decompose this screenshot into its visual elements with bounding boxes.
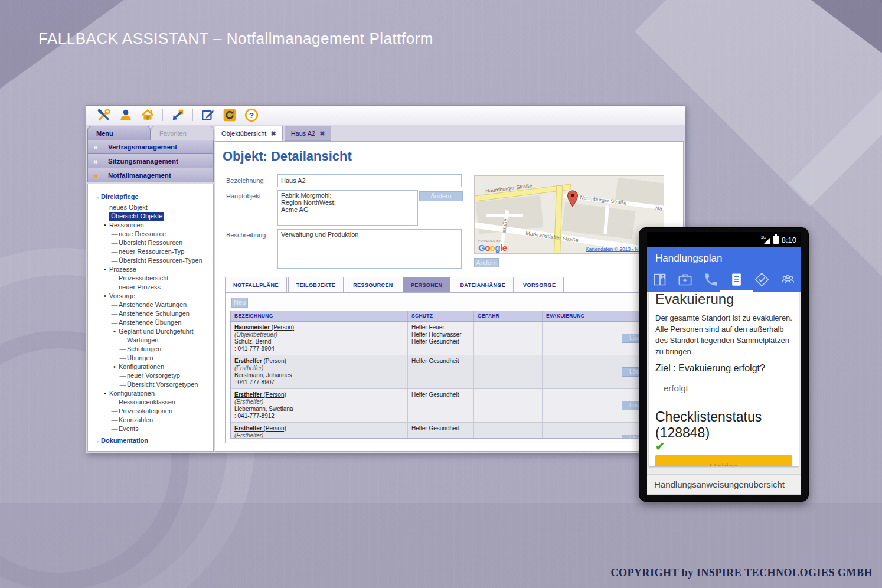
refresh-icon[interactable]: [223, 108, 237, 122]
tree-item[interactable]: —Übersicht Objekte: [92, 212, 211, 221]
tree-item[interactable]: —neues Objekt: [92, 203, 211, 212]
active-tab-underline: [720, 290, 753, 292]
tree-item[interactable]: —Events: [92, 424, 211, 433]
evakuierung-cell: [543, 322, 607, 355]
tree-item[interactable]: →Dokumentation: [93, 436, 211, 445]
contacts-icon[interactable]: [775, 272, 801, 288]
close-icon[interactable]: ✖: [270, 130, 276, 137]
tree-item[interactable]: •Konfigurationen: [92, 389, 211, 398]
tree-item[interactable]: —Anstehende Wartungen: [92, 300, 211, 309]
sidebar-section-sitzungsmanagement[interactable]: »Sitzungsmanagement: [87, 154, 214, 168]
copyright-notice: COPYRIGHT by INSPIRE TECHNOLOGIES GMBH: [611, 567, 873, 579]
tree-item-label: neuer Vorsorgetyp: [127, 371, 180, 380]
dash-icon: —: [110, 398, 119, 407]
dash-icon: —: [110, 318, 119, 327]
tree-item[interactable]: —Übersicht Ressourcen: [92, 239, 211, 247]
tree-item[interactable]: •Vorsorge: [92, 292, 211, 300]
doc-tab-objektübersicht[interactable]: Objektübersicht✖: [215, 126, 283, 141]
arrow-icon: →: [93, 192, 101, 201]
tree-item[interactable]: —neue Ressource: [92, 230, 211, 239]
call-icon[interactable]: [698, 272, 724, 288]
detail-tab-teilobjekte[interactable]: TEILOBJEKTE: [288, 277, 344, 293]
object-detail-panel: Objekt: Detailansicht Bezeichnung Haupto…: [215, 141, 684, 452]
checklist-icon[interactable]: [724, 272, 749, 288]
app-toolbar: ?: [86, 106, 685, 125]
map-pin-icon[interactable]: [567, 190, 579, 208]
person-role-name[interactable]: Ersthelfer: [234, 425, 262, 432]
phone-app-header: Handlungsplan: [647, 247, 801, 292]
person-role: Hausmeister (Person): [234, 324, 404, 331]
tree-item[interactable]: —Prozessübersicht: [92, 274, 211, 283]
map-block: [562, 202, 636, 239]
hauptobjekt-textarea[interactable]: Fabrik Morgmohl; Region NorthWest; Acme …: [277, 190, 418, 226]
evakuierung-cell: [543, 423, 607, 439]
close-icon[interactable]: ✖: [319, 130, 325, 137]
person-role-name[interactable]: Hausmeister: [234, 324, 270, 331]
tab-favoriten[interactable]: Favoriten: [151, 126, 214, 140]
open-window-icon[interactable]: [171, 108, 185, 122]
doc-tab-haus-a2[interactable]: Haus A2✖: [285, 126, 332, 141]
tree-item-label: Dokumentation: [101, 436, 148, 445]
tree-item[interactable]: •Geplant und Durchgeführt: [92, 327, 211, 336]
tree-item[interactable]: —Anstehende Übungen: [92, 318, 211, 327]
tree-item[interactable]: —Ressourcenklassen: [92, 398, 211, 407]
hauptobjekt-label: Hauptobjekt: [226, 192, 261, 200]
dash-icon: —: [110, 300, 119, 309]
bezeichnung-input[interactable]: [277, 174, 462, 187]
tree-item[interactable]: —Übungen: [92, 354, 211, 362]
sidebar-section-label: Vertragsmanagement: [108, 143, 177, 151]
beschreibung-textarea[interactable]: Verwaltung und Produktion: [277, 229, 462, 269]
tree-item[interactable]: —Übersicht Ressourcen-Typen: [92, 256, 211, 265]
tree-item[interactable]: —Schulungen: [92, 345, 211, 354]
phone-status-bar: 3G 8:10: [647, 232, 801, 247]
tree-item-label: Ressourcenklassen: [119, 398, 175, 407]
tree-item[interactable]: —Anstehende Schulungen: [92, 309, 211, 318]
tree-item[interactable]: •Konfigurationen: [92, 362, 211, 371]
detail-tab-personen[interactable]: PERSONEN: [403, 277, 451, 293]
aendern-hauptobjekt-button[interactable]: Ändern: [419, 191, 463, 201]
street-label: Markranstädter Straße: [525, 230, 579, 243]
edit-icon[interactable]: [201, 108, 215, 122]
sidebar-section-vertragsmanagement[interactable]: »Vertragsmanagement: [87, 140, 214, 154]
person-subrole: (Objektbetreuer): [234, 331, 404, 338]
person-role-name[interactable]: Ersthelfer: [234, 358, 262, 364]
location-map[interactable]: Naumburger Straße Naumburger Straße Mark…: [474, 175, 664, 254]
sidebar-section-notfallmanagement[interactable]: »Notfallmanagement: [87, 168, 214, 182]
tree-item[interactable]: •Prozesse: [92, 265, 211, 274]
erfolgt-option[interactable]: erfolgt: [664, 383, 792, 393]
gefahr-cell: [474, 322, 543, 355]
google-logo: POWERED BY Google: [478, 238, 507, 251]
detail-tab-notfallpläne[interactable]: NOTFALLPLÄNE: [225, 277, 287, 293]
app-window: ? Menu Favoriten »Vertragsmanagement»Sit…: [86, 105, 685, 453]
tasks-icon[interactable]: [749, 272, 775, 288]
tree-item-label: Events: [119, 424, 139, 433]
tree-item-label: Übungen: [127, 354, 153, 362]
tree-item[interactable]: —Wartungen: [92, 336, 211, 345]
tree-item[interactable]: —Prozesskategorien: [92, 407, 211, 416]
tree-item[interactable]: —neuer Prozess: [92, 283, 211, 292]
tools-icon[interactable]: [97, 108, 111, 122]
tree-item[interactable]: —Übersicht Vorsorgetypen: [92, 380, 211, 389]
neu-button[interactable]: Neu: [231, 298, 248, 308]
first-aid-icon[interactable]: [672, 272, 698, 288]
detail-tab-ressourcen[interactable]: RESSOURCEN: [345, 277, 401, 293]
detail-tab-dateianhänge[interactable]: DATEIANHÄNGE: [452, 277, 514, 293]
tree-item[interactable]: —Kennzahlen: [92, 416, 211, 424]
melden-button[interactable]: Melden: [655, 455, 792, 466]
tree-item[interactable]: •Ressourcen: [92, 221, 211, 230]
tree-item[interactable]: —neuer Vorsorgetyp: [92, 371, 211, 380]
detail-tab-vorsorge[interactable]: VORSORGE: [515, 277, 564, 293]
tab-menu[interactable]: Menu: [87, 126, 151, 140]
handbook-icon[interactable]: [647, 272, 672, 288]
chevrons-icon: »: [93, 140, 98, 154]
home-icon[interactable]: [141, 108, 155, 122]
instruction-text: Der gesamte Standort ist zu evakuieren. …: [655, 312, 792, 357]
person-role-name[interactable]: Ersthelfer: [234, 391, 262, 398]
tree-item-label: Wartungen: [127, 336, 158, 345]
arrow-icon: →: [93, 436, 101, 445]
user-icon[interactable]: [119, 108, 133, 122]
tree-item[interactable]: —neuer Ressourcen-Typ: [92, 247, 211, 256]
aendern-map-button[interactable]: Ändern: [474, 258, 499, 267]
help-icon[interactable]: ?: [244, 108, 259, 122]
tree-item[interactable]: →Direktpflege: [93, 192, 211, 201]
